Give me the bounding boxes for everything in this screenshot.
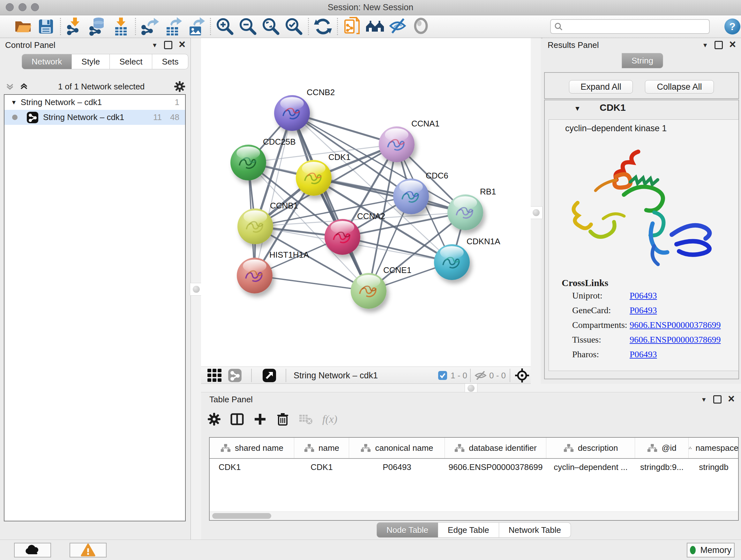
crosslink-link[interactable]: P06493 [630,291,657,301]
delete-column-icon[interactable] [276,412,289,426]
tab-select[interactable]: Select [110,54,152,69]
zoom-selected-icon[interactable] [282,17,306,37]
tree-expand-icon[interactable]: ▼ [11,99,17,106]
tab-edge-table[interactable]: Edge Table [438,522,499,538]
tab-network[interactable]: Network [22,54,72,69]
show-columns-icon[interactable] [230,413,244,426]
column-header-shared-name[interactable]: shared name [210,438,294,458]
column-header--id[interactable]: @id [635,438,689,458]
string-app-icon [26,111,39,124]
section-collapse-icon[interactable]: ▼ [574,105,581,112]
toolbar-separator [337,18,338,35]
crosslink-row: Pharos:P06493 [549,347,738,362]
title-bar: Session: New Session [0,0,741,15]
network-node-cdc6[interactable]: CDC6 [393,179,429,214]
hidden-eye-icon[interactable] [474,367,487,384]
panel-float-icon[interactable] [164,41,172,49]
memory-button[interactable]: Memory [687,543,735,557]
birdseye-grid-icon[interactable] [207,367,222,384]
string-share-icon[interactable] [228,367,242,384]
zoom-fit-icon[interactable] [259,17,282,37]
panel-close-icon[interactable]: × [728,393,735,405]
toolbar-separator [286,369,286,382]
network-collection-row[interactable]: ▼ String Network – cdk1 1 [4,95,185,110]
left-splitter[interactable] [191,38,201,540]
crosslink-link[interactable]: 9606.ENSP00000378699 [630,320,721,330]
network-canvas[interactable]: CCNB2CCNA1CDC25BCDK1CDC6RB1CCNB1CCNA2CDK… [201,38,531,367]
function-builder-icon: f(x) [322,413,337,425]
import-network-database-icon[interactable] [86,17,110,37]
export-image-icon[interactable] [185,17,207,37]
column-header-database-identifier[interactable]: database identifier [445,438,546,458]
open-session-icon[interactable] [11,17,35,37]
left-splitter-handle[interactable] [190,283,203,296]
network-node-hist1h1a[interactable]: HIST1H1A [237,258,273,294]
network-node-cdkn1a[interactable]: CDKN1A [434,244,470,280]
search-icon [554,22,563,31]
table-horizontal-scrollbar[interactable] [210,511,738,520]
network-node-ccnb2[interactable]: CCNB2 [274,95,310,131]
crosslink-link[interactable]: 9606.ENSP00000378699 [630,334,721,345]
open-in-new-window-icon[interactable] [262,367,276,384]
clone-network-icon[interactable] [340,17,363,37]
selected-checkbox[interactable] [438,367,448,384]
hide-unhide-icon[interactable] [387,17,409,37]
table-options-gear-icon[interactable] [207,413,221,426]
network-node-cdk1[interactable]: CDK1 [296,160,332,196]
network-node-ccnb1[interactable]: CCNB1 [238,208,273,244]
table-row[interactable]: CDK1CDK1P064939606.ENSP00000378699cyclin… [210,459,738,476]
cloud-status-button[interactable] [14,543,51,557]
column-header-name[interactable]: name [294,438,349,458]
expand-all-button[interactable]: Expand All [569,80,633,94]
network-row[interactable]: String Network – cdk1 11 48 [4,110,185,125]
tab-node-table[interactable]: Node Table [377,522,438,538]
network-node-ccna2[interactable]: CCNA2 [325,219,360,255]
tab-style[interactable]: Style [72,54,110,69]
expand-all-icon[interactable] [19,82,29,91]
network-node-ccna1[interactable]: CCNA1 [379,126,414,162]
import-table-file-icon[interactable] [110,17,132,37]
right-splitter-handle[interactable] [530,206,542,219]
import-network-file-icon[interactable] [64,17,86,37]
toolbar-search[interactable] [550,19,710,34]
network-options-gear-icon[interactable] [174,81,185,92]
tab-string[interactable]: String [622,53,663,68]
network-node-rb1[interactable]: RB1 [448,194,483,230]
crosslink-link[interactable]: P06493 [630,349,657,360]
tab-network-table[interactable]: Network Table [499,522,571,538]
fit-content-crosshair-icon[interactable] [515,367,529,384]
table-toolbar: f(x) [207,409,431,429]
column-header-namespace[interactable]: namespace [689,438,739,458]
collapse-all-icon[interactable] [5,82,15,91]
save-session-icon[interactable] [35,17,57,37]
zoom-out-icon[interactable] [237,17,259,37]
panel-float-icon[interactable] [715,41,723,49]
column-header-canonical-name[interactable]: canonical name [349,438,445,458]
panel-float-icon[interactable] [713,395,722,403]
panel-close-icon[interactable]: × [729,39,736,50]
network-node-ccne1[interactable]: CCNE1 [351,273,387,309]
horizontal-splitter[interactable] [201,384,741,392]
zoom-in-icon[interactable] [213,17,237,37]
panel-dropdown-icon[interactable]: ▼ [702,42,708,48]
panel-dropdown-icon[interactable]: ▼ [701,396,707,402]
tab-sets[interactable]: Sets [152,54,188,69]
right-splitter[interactable] [531,38,541,384]
export-table-icon[interactable] [161,17,185,37]
network-node-cdc25b[interactable]: CDC25B [230,145,266,180]
memory-label: Memory [700,545,731,555]
table-panel-title: Table Panel [209,395,253,405]
column-header-description[interactable]: description [546,438,635,458]
search-input[interactable] [563,22,709,31]
crosslink-link[interactable]: P06493 [630,305,657,315]
collapse-all-button[interactable]: Collapse All [645,80,714,94]
add-column-icon[interactable] [253,413,267,426]
export-network-icon[interactable] [138,17,161,37]
home-networks-icon[interactable] [363,17,387,37]
node-table[interactable]: shared namenamecanonical namedatabase id… [209,437,739,521]
refresh-view-icon[interactable] [312,17,334,37]
help-button[interactable]: ? [724,18,740,35]
warnings-button[interactable] [70,543,107,557]
panel-dropdown-icon[interactable]: ▼ [151,42,158,48]
panel-close-icon[interactable]: × [179,39,185,50]
